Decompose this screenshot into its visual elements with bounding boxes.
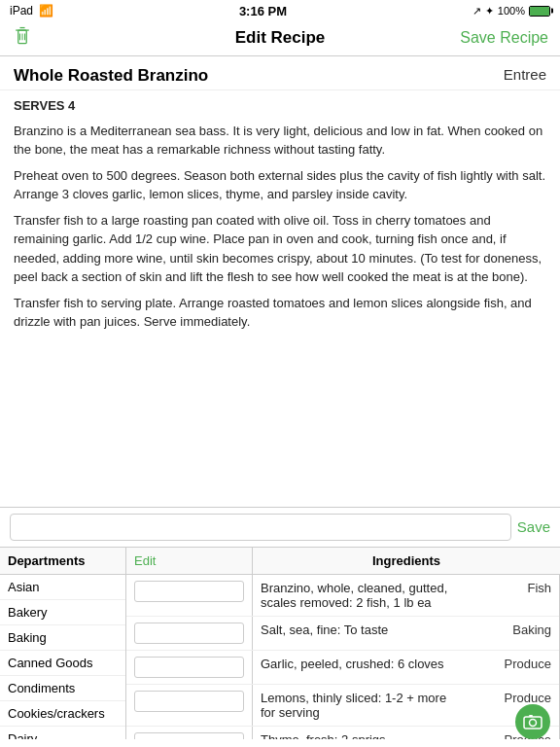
- ingredient-input[interactable]: [10, 514, 511, 541]
- ing-edit-cell: [126, 685, 253, 726]
- ing-desc-cell: Garlic, peeled, crushed: 6 cloves: [253, 651, 472, 684]
- nav-left-area: [12, 25, 109, 50]
- dept-item[interactable]: Cookies/crackers: [0, 701, 125, 727]
- save-recipe-button[interactable]: Save Recipe: [460, 29, 548, 46]
- camera-button[interactable]: [515, 704, 550, 739]
- ing-edit-cell: [126, 651, 253, 684]
- nav-bar: Edit Recipe Save Recipe: [0, 21, 560, 56]
- ing-edit-input[interactable]: [134, 622, 244, 644]
- location-icon: ↗: [472, 5, 481, 18]
- edit-column-header: Edit: [126, 548, 253, 574]
- dept-item[interactable]: Asian: [0, 575, 125, 600]
- table-row: Garlic, peeled, crushed: 6 clovesProduce: [126, 651, 559, 685]
- camera-icon: [523, 714, 542, 729]
- recipe-para-1: Branzino is a Mediterranean sea bass. It…: [14, 122, 546, 160]
- recipe-text: Branzino is a Mediterranean sea bass. It…: [14, 122, 546, 332]
- svg-rect-8: [529, 715, 533, 717]
- dept-item[interactable]: Bakery: [0, 600, 125, 625]
- content-area: Whole Roasted Branzino Entree SERVES 4 B…: [0, 56, 560, 739]
- ing-edit-input[interactable]: [134, 657, 244, 678]
- dept-item[interactable]: Baking: [0, 625, 125, 651]
- spacer: [0, 342, 560, 507]
- ing-desc-cell: Thyme, fresh: 2 sprigs: [253, 727, 472, 739]
- table-row: Lemons, thinly sliced: 1-2 + more for se…: [126, 685, 559, 727]
- battery-label: 100%: [498, 5, 525, 17]
- ing-edit-input[interactable]: [134, 581, 244, 602]
- serves-label: SERVES 4: [14, 96, 546, 116]
- ingredients-column-header: Ingredients: [253, 548, 560, 574]
- status-right: ↗ ✦ 100%: [472, 5, 550, 18]
- trash-icon: [12, 25, 33, 47]
- ing-edit-cell: [126, 617, 253, 650]
- svg-point-7: [530, 720, 537, 727]
- status-bar: iPad 📶 3:16 PM ↗ ✦ 100%: [0, 0, 560, 21]
- ing-dept-cell: Fish: [472, 575, 559, 616]
- ing-edit-cell: [126, 727, 253, 739]
- dept-item[interactable]: Dairy: [0, 727, 125, 739]
- wifi-icon: 📶: [39, 4, 53, 18]
- bluetooth-icon: ✦: [485, 5, 494, 18]
- table-body: AsianBakeryBakingCanned GoodsCondimentsC…: [0, 575, 560, 739]
- nav-title: Edit Recipe: [109, 28, 451, 48]
- recipe-para-3: Transfer fish to a large roasting pan co…: [14, 211, 546, 287]
- ing-dept-cell: Baking: [472, 617, 559, 650]
- table-row: Branzino, whole, cleaned, gutted, scales…: [126, 575, 559, 617]
- table-header: Departments Edit Ingredients: [0, 547, 560, 575]
- ingredient-input-row: Save: [0, 507, 560, 547]
- recipe-para-2: Preheat oven to 500 degrees. Season both…: [14, 166, 546, 204]
- dept-column: AsianBakeryBakingCanned GoodsCondimentsC…: [0, 575, 126, 739]
- dept-header-label: Departments: [8, 553, 85, 568]
- recipe-title: Whole Roasted Branzino: [14, 66, 208, 86]
- status-left: iPad 📶: [10, 4, 53, 18]
- ing-desc-cell: Branzino, whole, cleaned, gutted, scales…: [253, 575, 472, 616]
- delete-button[interactable]: [12, 25, 109, 50]
- recipe-body: SERVES 4 Branzino is a Mediterranean sea…: [0, 90, 560, 342]
- ing-desc-cell: Lemons, thinly sliced: 1-2 + more for se…: [253, 685, 472, 726]
- ing-edit-input[interactable]: [134, 691, 244, 712]
- save-inline-button[interactable]: Save: [517, 518, 550, 535]
- device-label: iPad: [10, 4, 33, 18]
- table-row: Salt, sea, fine: To tasteBaking: [126, 617, 559, 651]
- battery-icon: [529, 6, 550, 17]
- time-display: 3:16 PM: [239, 4, 287, 18]
- dept-column-header: Departments: [0, 548, 126, 574]
- camera-button-container: [515, 704, 550, 739]
- table-row: Thyme, fresh: 2 sprigsProduce: [126, 727, 559, 739]
- dept-item[interactable]: Canned Goods: [0, 651, 125, 676]
- ing-edit-input[interactable]: [134, 732, 244, 739]
- recipe-category: Entree: [504, 66, 546, 83]
- ing-desc-cell: Salt, sea, fine: To taste: [253, 617, 472, 650]
- ing-dept-cell: Produce: [472, 651, 559, 684]
- ing-edit-cell: [126, 575, 253, 616]
- ingredients-column: Branzino, whole, cleaned, gutted, scales…: [126, 575, 560, 739]
- dept-item[interactable]: Condiments: [0, 676, 125, 701]
- nav-right-area: Save Recipe: [451, 29, 548, 47]
- recipe-para-4: Transfer fish to serving plate. Arrange …: [14, 294, 546, 332]
- recipe-header: Whole Roasted Branzino Entree: [0, 56, 560, 90]
